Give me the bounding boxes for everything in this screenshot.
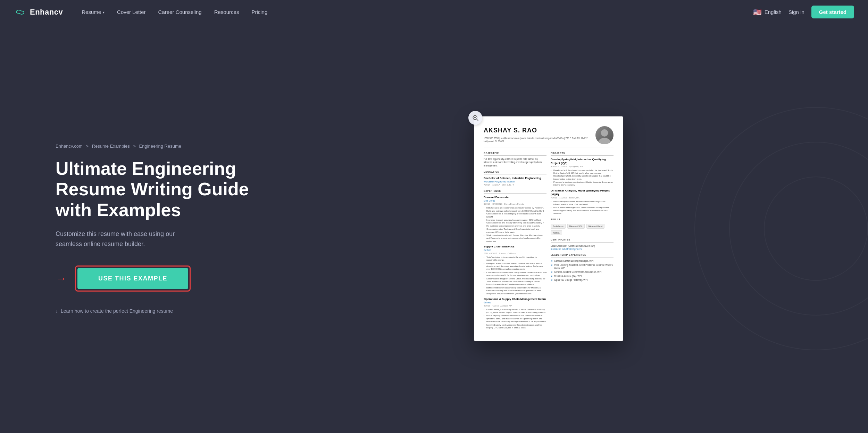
page-subtitle: Customize this resume with ease using ou… xyxy=(56,229,201,249)
resume-header-left: AKSHAY S. RAO +555 555 5555 | rao@enhanc… xyxy=(484,126,595,143)
resume-photo xyxy=(595,126,614,144)
proj1-bullet0: Identified key economic indicators that … xyxy=(551,200,614,206)
exp1-meta: 2017 – 6/2017 Fremont, California xyxy=(484,252,546,255)
breadcrumb-sep-1: > xyxy=(86,144,89,149)
breadcrumb-resume-examples[interactable]: Resume Examples xyxy=(92,144,130,149)
project-entry-0: DevelopSpringfield, Interactive Qualifyi… xyxy=(551,157,614,187)
nav-resume[interactable]: Resume ▾ xyxy=(77,6,109,18)
exp0-company: Mills Group xyxy=(484,199,546,202)
leadership-text-0: Campus Center Building Manager, WPI xyxy=(554,259,593,262)
chevron-down-icon: ▾ xyxy=(103,10,105,14)
exp1-title: Supply Chain Analytics xyxy=(484,245,546,248)
resume-card: AKSHAY S. RAO +555 555 5555 | rao@enhanc… xyxy=(474,116,623,341)
nav-links: Resume ▾ Cover Letter Career Counseling … xyxy=(77,6,753,18)
skills-section-title: SKILLS xyxy=(551,218,614,222)
exp2-meta: 4/2016 – 7/2016 Ashland, MA xyxy=(484,304,546,307)
exp0-bullet1: Build and optimize sales forecast for 13… xyxy=(484,210,546,218)
leadership-text-4: Alpha Tau Omega Fraternity, WPI xyxy=(554,278,588,281)
navbar: Enhancv Resume ▾ Cover Letter Career Cou… xyxy=(0,0,868,24)
project-entry-1: Oil Market Analysis, Major Qualifying Pr… xyxy=(551,189,614,215)
leadership-text-1: Peer Learning Assistant, Great Problems … xyxy=(554,263,614,270)
skills-grid: ToolsGroup Microsoft SQL Microsoft Excel… xyxy=(551,224,614,236)
leadership-text-2: Senator, Student Government Association,… xyxy=(554,270,602,273)
arrow-icon: → xyxy=(56,272,67,285)
resume-left-col: OBJECTIVE Full time opportunity at Offic… xyxy=(484,152,546,332)
objective-section-title: OBJECTIVE xyxy=(484,152,546,156)
resume-name: AKSHAY S. RAO xyxy=(484,126,595,135)
exp0-meta: 3/2018 – ONGOING Dania Beach, Florida xyxy=(484,203,546,205)
breadcrumb-sep-2: > xyxy=(133,144,136,149)
resume-contact: +555 555 5555 | rao@enhancv.com | www.li… xyxy=(484,137,595,143)
flag-icon: 🇺🇸 xyxy=(753,8,762,16)
education-school: Worcester Polytechnic Institute xyxy=(484,180,546,183)
resume-photo-inner xyxy=(595,126,614,144)
exp1-bullet4: Defined metrics for sustainability param… xyxy=(484,286,546,295)
leadership-item-2: ★ Senator, Student Government Associatio… xyxy=(551,270,614,274)
education-section-title: EDUCATION xyxy=(484,170,546,174)
logo[interactable]: Enhancv xyxy=(14,8,63,17)
experience-section-title: EXPERIENCE xyxy=(484,189,546,194)
nav-cover-letter[interactable]: Cover Letter xyxy=(112,6,151,18)
experience-entry-2: Operations & Supply Chain Management Int… xyxy=(484,297,546,329)
leadership-section-title: LEADERSHIP EXPERIENCE xyxy=(551,253,614,258)
education-entry: Bachelor of Science, Industrial Engineer… xyxy=(484,176,546,187)
exp0-bullet2: Improved forecast accuracy by an average… xyxy=(484,219,546,227)
exp1-bullet1: Designed a new business plan to increase… xyxy=(484,262,546,271)
proj0-meta: 9/2016 – 12/2016 Springfield, MA xyxy=(551,165,614,168)
exp2-bullet2: Identified safety stock variances throug… xyxy=(484,324,546,329)
breadcrumb-current: Engineering Resume xyxy=(139,144,181,149)
experience-entry-1: Supply Chain Analytics Gerholt 2017 – 6/… xyxy=(484,245,546,295)
leadership-item-0: ★ Campus Center Building Manager, WPI xyxy=(551,259,614,263)
star-icon-1: ★ xyxy=(551,263,553,267)
objective-text: Full time opportunity at Office Depot to… xyxy=(484,157,546,168)
exp2-bullet0: Kidde-Fenwal, a subsidiary of UTC Climat… xyxy=(484,308,546,314)
skill-3: Tableau xyxy=(551,230,562,235)
cert-name: Lean Green Belt (Certificate No: 2338-64… xyxy=(551,244,614,251)
signin-link[interactable]: Sign in xyxy=(788,9,804,15)
proj0-bullet0: Developed a drilled-down improvement pla… xyxy=(551,169,614,181)
exp0-bullet0: Mills Group is an e-commerce pet retaile… xyxy=(484,206,546,209)
exp1-bullet0: Tesla's mission is to accelerate the wor… xyxy=(484,256,546,262)
language-selector[interactable]: 🇺🇸 English xyxy=(753,8,782,16)
exp1-bullet2: Created multiple dashboards using Tablea… xyxy=(484,271,546,277)
exp1-bullet3: Spearheaded design of several EHSS metri… xyxy=(484,277,546,286)
cta-area: → USE THIS EXAMPLE xyxy=(56,265,250,292)
education-meta: 7/2014 – 12/2017 GPA: 3.42 / 4 xyxy=(484,183,546,186)
exp0-bullet4: Work cross-functionally with Supply Plan… xyxy=(484,234,546,243)
proj0-title: DevelopSpringfield, Interactive Qualifyi… xyxy=(551,157,614,165)
down-arrow-icon: ↓ xyxy=(56,308,58,314)
resume-preview-container: AKSHAY S. RAO +555 555 5555 | rao@enhanc… xyxy=(474,116,623,341)
exp0-title: Demand Forecaster xyxy=(484,195,546,199)
exp0-bullet3: Create automated Tableau and Excel repor… xyxy=(484,228,546,234)
learn-more-link[interactable]: ↓ Learn how to create the perfect Engine… xyxy=(56,308,250,314)
leadership-item-3: ★ Resident Advisor (RA), WPI xyxy=(551,275,614,278)
exp2-title: Operations & Supply Chain Management Int… xyxy=(484,297,546,301)
proj1-bullet1: Built a linear multi-regression model be… xyxy=(551,206,614,215)
resume-body: OBJECTIVE Full time opportunity at Offic… xyxy=(484,152,614,332)
nav-career-counseling[interactable]: Career Counseling xyxy=(153,6,207,18)
breadcrumb-home[interactable]: Enhancv.com xyxy=(56,144,83,149)
breadcrumb: Enhancv.com > Resume Examples > Engineer… xyxy=(56,144,250,149)
leadership-item-4: ★ Alpha Tau Omega Fraternity, WPI xyxy=(551,278,614,282)
cert-org: Institute of Industrial Engineers xyxy=(551,248,582,250)
proj1-meta: 7/2016 – 11/2019 Boston, MA xyxy=(551,196,614,199)
leadership-item-1: ★ Peer Learning Assistant, Great Problem… xyxy=(551,263,614,270)
star-icon-2: ★ xyxy=(551,270,553,274)
zoom-button[interactable] xyxy=(468,111,482,125)
skill-1: Microsoft SQL xyxy=(567,224,585,229)
main-content: Enhancv.com > Resume Examples > Engineer… xyxy=(0,24,868,433)
star-icon-0: ★ xyxy=(551,259,553,263)
nav-pricing[interactable]: Pricing xyxy=(247,6,272,18)
svg-line-1 xyxy=(477,119,478,121)
leadership-text-3: Resident Advisor (RA), WPI xyxy=(554,275,582,278)
nav-resources[interactable]: Resources xyxy=(209,6,244,18)
skill-2: Microsoft Excel xyxy=(586,224,605,229)
left-column: Enhancv.com > Resume Examples > Engineer… xyxy=(56,144,250,314)
use-example-button[interactable]: USE THIS EXAMPLE xyxy=(77,268,188,289)
projects-section-title: PROJECTS xyxy=(551,152,614,156)
cta-button-wrapper: USE THIS EXAMPLE xyxy=(75,265,191,292)
logo-text: Enhancv xyxy=(30,8,63,17)
svg-point-4 xyxy=(601,129,608,137)
education-degree: Bachelor of Science, Industrial Engineer… xyxy=(484,176,546,180)
get-started-button[interactable]: Get started xyxy=(811,6,854,18)
